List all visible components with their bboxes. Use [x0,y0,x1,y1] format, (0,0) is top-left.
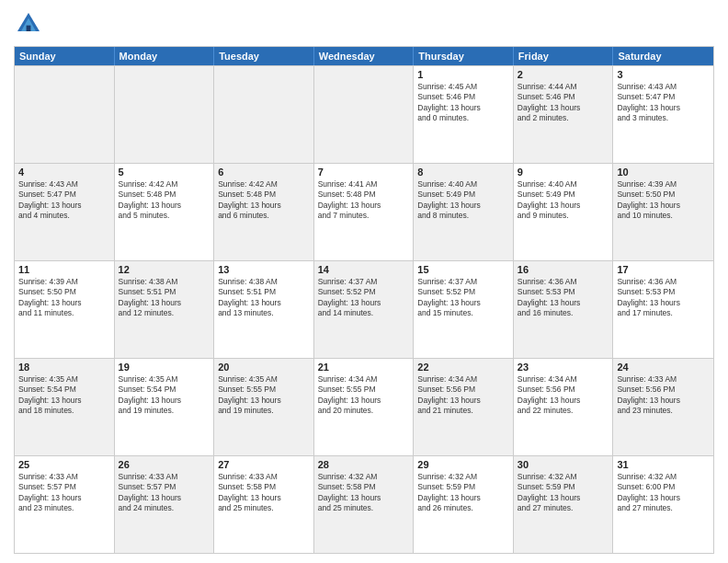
day-info: Sunrise: 4:36 AM Sunset: 5:53 PM Dayligh… [617,277,710,319]
day-info: Sunrise: 4:33 AM Sunset: 5:57 PM Dayligh… [18,472,110,514]
day-header-tuesday: Tuesday [214,47,314,65]
day-info: Sunrise: 4:32 AM Sunset: 5:58 PM Dayligh… [318,472,410,514]
header [14,9,714,39]
day-info: Sunrise: 4:40 AM Sunset: 5:49 PM Dayligh… [417,179,509,222]
day-info: Sunrise: 4:43 AM Sunset: 5:47 PM Dayligh… [617,82,710,124]
day-number: 13 [218,264,310,275]
day-number: 31 [617,459,710,470]
day-info: Sunrise: 4:38 AM Sunset: 5:51 PM Dayligh… [218,277,310,319]
day-cell-23: 23Sunrise: 4:34 AM Sunset: 5:56 PM Dayli… [514,359,614,455]
day-number: 30 [518,459,609,470]
day-cell-3: 3Sunrise: 4:43 AM Sunset: 5:47 PM Daylig… [613,66,713,163]
day-number: 19 [119,362,210,373]
day-number: 9 [518,167,609,178]
day-cell-7: 7Sunrise: 4:41 AM Sunset: 5:48 PM Daylig… [314,164,415,260]
calendar-header: SundayMondayTuesdayWednesdayThursdayFrid… [15,47,713,65]
day-number: 17 [617,264,710,275]
page: SundayMondayTuesdayWednesdayThursdayFrid… [0,0,728,563]
week-row-4: 18Sunrise: 4:35 AM Sunset: 5:54 PM Dayli… [15,358,713,455]
day-cell-10: 10Sunrise: 4:39 AM Sunset: 5:50 PM Dayli… [613,164,713,260]
day-cell-6: 6Sunrise: 4:42 AM Sunset: 5:48 PM Daylig… [214,164,314,260]
day-info: Sunrise: 4:37 AM Sunset: 5:52 PM Dayligh… [417,277,509,319]
day-info: Sunrise: 4:35 AM Sunset: 5:55 PM Dayligh… [218,374,310,417]
day-info: Sunrise: 4:44 AM Sunset: 5:46 PM Dayligh… [518,82,609,124]
day-number: 10 [617,167,710,178]
day-cell-8: 8Sunrise: 4:40 AM Sunset: 5:49 PM Daylig… [414,164,514,260]
day-info: Sunrise: 4:35 AM Sunset: 5:54 PM Dayligh… [119,374,210,417]
day-cell-26: 26Sunrise: 4:33 AM Sunset: 5:57 PM Dayli… [115,456,215,553]
day-cell-25: 25Sunrise: 4:33 AM Sunset: 5:57 PM Dayli… [15,456,115,553]
day-cell-9: 9Sunrise: 4:40 AM Sunset: 5:49 PM Daylig… [514,164,614,260]
day-info: Sunrise: 4:32 AM Sunset: 5:59 PM Dayligh… [518,472,609,514]
calendar-body: 1Sunrise: 4:45 AM Sunset: 5:46 PM Daylig… [15,65,713,553]
day-info: Sunrise: 4:43 AM Sunset: 5:47 PM Dayligh… [18,179,110,222]
day-cell-24: 24Sunrise: 4:33 AM Sunset: 5:56 PM Dayli… [613,359,713,455]
day-info: Sunrise: 4:34 AM Sunset: 5:56 PM Dayligh… [518,374,609,417]
svg-rect-2 [27,26,31,31]
day-cell-1: 1Sunrise: 4:45 AM Sunset: 5:46 PM Daylig… [414,66,514,163]
day-header-friday: Friday [514,47,614,65]
day-info: Sunrise: 4:42 AM Sunset: 5:48 PM Dayligh… [218,179,310,222]
day-number: 2 [518,69,609,80]
day-header-saturday: Saturday [613,47,713,65]
day-header-thursday: Thursday [414,47,514,65]
day-cell-16: 16Sunrise: 4:36 AM Sunset: 5:53 PM Dayli… [514,261,614,358]
calendar: SundayMondayTuesdayWednesdayThursdayFrid… [14,46,714,554]
day-cell-13: 13Sunrise: 4:38 AM Sunset: 5:51 PM Dayli… [214,261,314,358]
day-info: Sunrise: 4:32 AM Sunset: 5:59 PM Dayligh… [417,472,509,514]
day-info: Sunrise: 4:35 AM Sunset: 5:54 PM Dayligh… [18,374,110,417]
day-cell-29: 29Sunrise: 4:32 AM Sunset: 5:59 PM Dayli… [414,456,514,553]
day-number: 7 [318,167,410,178]
day-cell-21: 21Sunrise: 4:34 AM Sunset: 5:55 PM Dayli… [314,359,415,455]
day-cell-4: 4Sunrise: 4:43 AM Sunset: 5:47 PM Daylig… [15,164,115,260]
day-cell-5: 5Sunrise: 4:42 AM Sunset: 5:48 PM Daylig… [115,164,215,260]
day-number: 15 [417,264,509,275]
day-info: Sunrise: 4:34 AM Sunset: 5:56 PM Dayligh… [417,374,509,417]
day-info: Sunrise: 4:39 AM Sunset: 5:50 PM Dayligh… [617,179,710,222]
day-info: Sunrise: 4:33 AM Sunset: 5:58 PM Dayligh… [218,472,310,514]
day-number: 26 [119,459,210,470]
day-cell-28: 28Sunrise: 4:32 AM Sunset: 5:58 PM Dayli… [314,456,415,553]
day-number: 12 [119,264,210,275]
day-info: Sunrise: 4:38 AM Sunset: 5:51 PM Dayligh… [119,277,210,319]
day-info: Sunrise: 4:39 AM Sunset: 5:50 PM Dayligh… [18,277,110,319]
day-number: 14 [318,264,410,275]
day-cell-14: 14Sunrise: 4:37 AM Sunset: 5:52 PM Dayli… [314,261,415,358]
day-info: Sunrise: 4:32 AM Sunset: 6:00 PM Dayligh… [617,472,710,514]
logo-icon [14,9,43,39]
day-info: Sunrise: 4:34 AM Sunset: 5:55 PM Dayligh… [318,374,410,417]
day-number: 18 [18,362,110,373]
day-cell-17: 17Sunrise: 4:36 AM Sunset: 5:53 PM Dayli… [613,261,713,358]
empty-cell [15,66,115,163]
day-number: 27 [218,459,310,470]
day-number: 23 [518,362,609,373]
empty-cell [214,66,314,163]
day-header-wednesday: Wednesday [314,47,415,65]
week-row-5: 25Sunrise: 4:33 AM Sunset: 5:57 PM Dayli… [15,455,713,553]
day-cell-20: 20Sunrise: 4:35 AM Sunset: 5:55 PM Dayli… [214,359,314,455]
day-info: Sunrise: 4:40 AM Sunset: 5:49 PM Dayligh… [518,179,609,222]
day-info: Sunrise: 4:41 AM Sunset: 5:48 PM Dayligh… [318,179,410,222]
day-info: Sunrise: 4:33 AM Sunset: 5:57 PM Dayligh… [119,472,210,514]
empty-cell [314,66,415,163]
day-cell-2: 2Sunrise: 4:44 AM Sunset: 5:46 PM Daylig… [514,66,614,163]
day-info: Sunrise: 4:37 AM Sunset: 5:52 PM Dayligh… [318,277,410,319]
day-info: Sunrise: 4:42 AM Sunset: 5:48 PM Dayligh… [119,179,210,222]
day-number: 5 [119,167,210,178]
day-number: 6 [218,167,310,178]
day-info: Sunrise: 4:33 AM Sunset: 5:56 PM Dayligh… [617,374,710,417]
week-row-3: 11Sunrise: 4:39 AM Sunset: 5:50 PM Dayli… [15,260,713,358]
day-number: 3 [617,69,710,80]
day-cell-18: 18Sunrise: 4:35 AM Sunset: 5:54 PM Dayli… [15,359,115,455]
day-cell-15: 15Sunrise: 4:37 AM Sunset: 5:52 PM Dayli… [414,261,514,358]
day-number: 4 [18,167,110,178]
day-header-sunday: Sunday [15,47,115,65]
day-cell-12: 12Sunrise: 4:38 AM Sunset: 5:51 PM Dayli… [115,261,215,358]
day-cell-30: 30Sunrise: 4:32 AM Sunset: 5:59 PM Dayli… [514,456,614,553]
day-cell-22: 22Sunrise: 4:34 AM Sunset: 5:56 PM Dayli… [414,359,514,455]
logo [14,9,47,39]
day-number: 20 [218,362,310,373]
day-number: 16 [518,264,609,275]
day-number: 11 [18,264,110,275]
day-number: 24 [617,362,710,373]
